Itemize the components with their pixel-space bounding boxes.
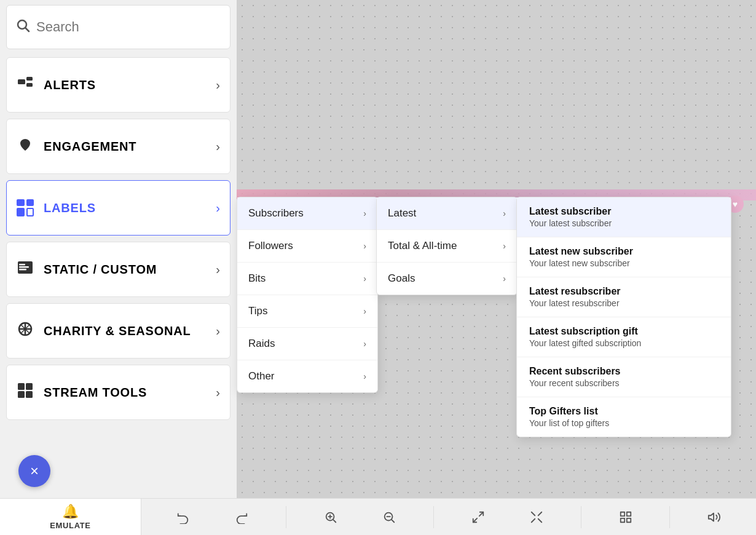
dropdown-item-latest[interactable]: Latest › — [377, 197, 517, 230]
detail-item-latest-subscriber-subtitle: Your latest subscriber — [529, 218, 719, 228]
sidebar-item-labels-chevron: › — [216, 201, 220, 215]
detail-item-top-gifters-list-subtitle: Your list of top gifters — [529, 418, 719, 428]
emulate-section[interactable]: 🔔 EMULATE — [0, 499, 141, 535]
dropdown-item-raids-chevron: › — [363, 339, 366, 349]
search-input[interactable] — [36, 19, 221, 35]
sidebar-item-charity-seasonal[interactable]: CHARITY & SEASONAL › — [6, 303, 230, 359]
toolbar-sep-4 — [669, 506, 670, 528]
toolbar-sep-1 — [286, 506, 286, 528]
dropdown-item-goals[interactable]: Goals › — [377, 263, 517, 295]
sidebar-item-stream-tools-label: STREAM TOOLS — [44, 386, 216, 400]
search-icon — [15, 18, 30, 36]
svg-rect-2 — [18, 79, 25, 84]
dropdown-item-raids[interactable]: Raids › — [237, 328, 377, 360]
sidebar-item-alerts[interactable]: ALERTS › — [6, 57, 230, 113]
svg-rect-3 — [26, 77, 33, 81]
dropdown-item-raids-label: Raids — [248, 338, 275, 350]
dropdown-item-latest-label: Latest — [388, 207, 416, 220]
dropdown-item-bits-label: Bits — [248, 272, 266, 285]
svg-rect-8 — [19, 269, 26, 271]
close-button[interactable]: × — [18, 455, 50, 487]
detail-item-latest-subscription-gift[interactable]: Latest subscription gift Your latest gif… — [517, 317, 731, 357]
sidebar-item-labels[interactable]: LABELS › — [6, 180, 230, 236]
sidebar-item-static-custom-chevron: › — [216, 263, 220, 277]
bell-icon: 🔔 — [62, 504, 79, 520]
svg-rect-7 — [19, 266, 29, 268]
svg-line-26 — [473, 518, 477, 521]
search-box[interactable] — [6, 5, 230, 49]
alerts-icon — [17, 74, 34, 96]
grid-button[interactable] — [611, 502, 640, 532]
dropdown-item-followers[interactable]: Followers › — [237, 230, 377, 263]
bottom-toolbar: 🔔 EMULATE — [0, 498, 756, 535]
toolbar-sep-3 — [581, 506, 581, 528]
sidebar: ALERTS › ENGAGEMENT › LABELS › — [0, 0, 237, 498]
undo-button[interactable] — [168, 502, 198, 532]
detail-item-latest-resubscriber[interactable]: Latest resubscriber Your latest resubscr… — [517, 277, 731, 317]
svg-rect-4 — [26, 83, 33, 87]
sidebar-item-engagement[interactable]: ENGAGEMENT › — [6, 119, 230, 174]
detail-item-top-gifters-list[interactable]: Top Gifters list Your list of top gifter… — [517, 397, 731, 437]
fit-button[interactable] — [463, 502, 493, 532]
svg-marker-31 — [709, 513, 714, 521]
dropdown-item-followers-chevron: › — [363, 241, 366, 251]
dropdown-item-total-alltime[interactable]: Total & All-time › — [377, 230, 517, 263]
sidebar-item-engagement-label: ENGAGEMENT — [44, 140, 216, 154]
dropdown-level1: Subscribers › Followers › Bits › Tips › … — [237, 197, 378, 393]
dropdown-item-other-chevron: › — [363, 371, 366, 381]
detail-item-recent-subscribers[interactable]: Recent subscribers Your recent subscribe… — [517, 357, 731, 397]
zoom-in-button[interactable] — [316, 502, 345, 532]
dropdown-item-total-alltime-chevron: › — [503, 241, 506, 251]
svg-rect-16 — [18, 391, 25, 398]
detail-item-top-gifters-list-title: Top Gifters list — [529, 406, 719, 417]
engagement-icon — [17, 136, 34, 157]
sidebar-item-alerts-chevron: › — [216, 78, 220, 92]
volume-button[interactable] — [699, 502, 729, 532]
sidebar-item-static-custom-label: STATIC / CUSTOM — [44, 263, 216, 277]
sidebar-item-stream-tools[interactable]: STREAM TOOLS › — [6, 365, 230, 420]
dropdown-item-bits[interactable]: Bits › — [237, 263, 377, 295]
svg-rect-15 — [26, 383, 33, 390]
svg-rect-6 — [19, 264, 25, 266]
dropdown-item-other-label: Other — [248, 370, 275, 382]
zoom-out-button[interactable] — [374, 502, 404, 532]
svg-rect-29 — [620, 518, 624, 521]
dropdown-item-followers-label: Followers — [248, 240, 293, 252]
dropdown-level2: Latest › Total & All-time › Goals › — [376, 197, 518, 295]
detail-item-latest-subscription-gift-title: Latest subscription gift — [529, 326, 719, 337]
expand-button[interactable] — [522, 502, 551, 532]
svg-rect-30 — [627, 518, 631, 521]
sidebar-item-alerts-label: ALERTS — [44, 78, 216, 92]
static-custom-icon — [17, 259, 34, 280]
svg-rect-14 — [18, 383, 25, 390]
detail-item-latest-subscriber-title: Latest subscriber — [529, 206, 719, 217]
detail-item-latest-subscriber[interactable]: Latest subscriber Your latest subscriber — [517, 197, 731, 237]
toolbar-actions — [141, 502, 756, 532]
dropdown-item-other[interactable]: Other › — [237, 360, 377, 392]
detail-item-latest-resubscriber-subtitle: Your latest resubscriber — [529, 298, 719, 308]
dropdown-item-latest-chevron: › — [503, 208, 506, 218]
detail-item-latest-new-subscriber[interactable]: Latest new subscriber Your latest new su… — [517, 237, 731, 277]
dropdown-item-tips-label: Tips — [248, 305, 268, 317]
dropdown-item-tips-chevron: › — [363, 306, 366, 316]
dropdown-item-goals-chevron: › — [503, 274, 506, 283]
sidebar-item-static-custom[interactable]: STATIC / CUSTOM › — [6, 242, 230, 297]
dropdown-item-tips[interactable]: Tips › — [237, 295, 377, 328]
emulate-label: EMULATE — [50, 521, 90, 530]
dropdown-item-bits-chevron: › — [363, 274, 366, 283]
redo-button[interactable] — [227, 502, 256, 532]
sidebar-item-labels-label: LABELS — [44, 201, 216, 215]
sidebar-item-charity-seasonal-chevron: › — [216, 324, 220, 338]
detail-item-latest-new-subscriber-subtitle: Your latest new subscriber — [529, 258, 719, 268]
sidebar-item-stream-tools-chevron: › — [216, 386, 220, 400]
detail-item-latest-resubscriber-title: Latest resubscriber — [529, 286, 719, 297]
svg-rect-27 — [620, 512, 624, 515]
svg-line-19 — [333, 520, 336, 522]
detail-item-latest-subscription-gift-subtitle: Your latest gifted subscription — [529, 338, 719, 348]
dropdown-item-subscribers[interactable]: Subscribers › — [237, 197, 377, 230]
svg-line-23 — [392, 520, 395, 522]
toolbar-sep-2 — [433, 506, 434, 528]
stream-tools-icon — [17, 382, 34, 403]
dropdown-item-subscribers-chevron: › — [363, 208, 366, 218]
svg-rect-28 — [627, 512, 631, 515]
